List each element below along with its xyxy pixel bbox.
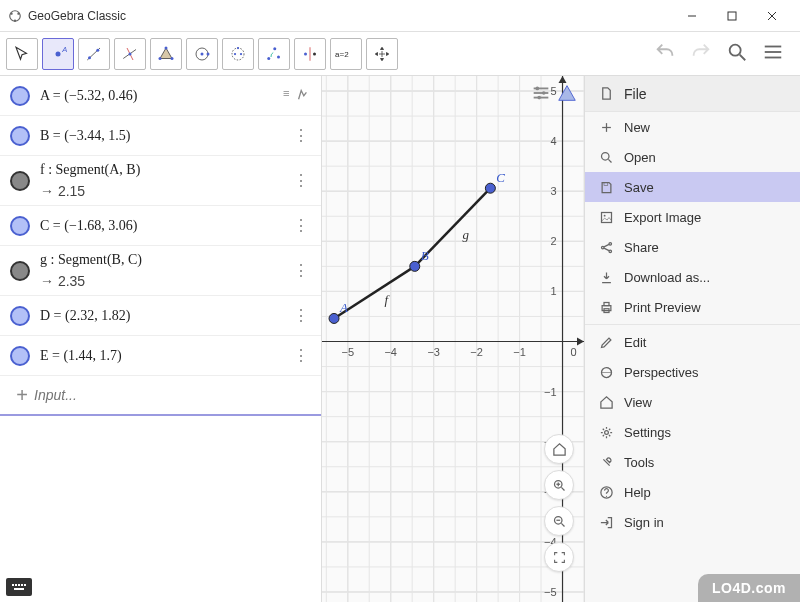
signin-icon bbox=[599, 515, 614, 530]
visibility-toggle[interactable] bbox=[10, 126, 30, 146]
menu-item-view[interactable]: View bbox=[585, 387, 800, 417]
print-icon bbox=[599, 300, 614, 315]
algebra-row[interactable]: C = (−1.68, 3.06)⋮ bbox=[0, 206, 321, 246]
svg-text:−1: −1 bbox=[544, 386, 557, 398]
menu-item-new[interactable]: New bbox=[585, 112, 800, 142]
close-button[interactable] bbox=[752, 2, 792, 30]
more-icon[interactable]: ⋮ bbox=[287, 128, 315, 144]
visibility-toggle[interactable] bbox=[10, 346, 30, 366]
svg-point-116 bbox=[485, 183, 495, 193]
menu-item-edit[interactable]: Edit bbox=[585, 327, 800, 357]
more-icon[interactable]: ⋮ bbox=[287, 308, 315, 324]
sort-icon[interactable]: ≡ bbox=[277, 85, 315, 107]
menu-item-label: Help bbox=[624, 485, 651, 500]
menu-header-file[interactable]: File bbox=[585, 76, 800, 112]
svg-point-114 bbox=[410, 261, 420, 271]
main-menu: File NewOpenSaveExport ImageShareDownloa… bbox=[584, 76, 800, 602]
home-button[interactable] bbox=[544, 434, 574, 464]
minimize-button[interactable] bbox=[672, 2, 712, 30]
svg-point-123 bbox=[537, 96, 541, 100]
menu-item-tools[interactable]: Tools bbox=[585, 447, 800, 477]
visibility-toggle[interactable] bbox=[10, 86, 30, 106]
menu-item-label: Tools bbox=[624, 455, 654, 470]
svg-rect-144 bbox=[604, 302, 609, 305]
svg-point-122 bbox=[542, 91, 546, 95]
graphics-settings-icon[interactable] bbox=[530, 82, 552, 104]
tool-perpendicular[interactable] bbox=[114, 38, 146, 70]
tool-point[interactable]: A bbox=[42, 38, 74, 70]
more-icon[interactable]: ⋮ bbox=[287, 263, 315, 279]
svg-line-34 bbox=[740, 54, 746, 60]
svg-point-33 bbox=[730, 44, 741, 55]
menu-item-export[interactable]: Export Image bbox=[585, 202, 800, 232]
tool-line[interactable] bbox=[78, 38, 110, 70]
zoom-out-button[interactable] bbox=[544, 506, 574, 536]
tool-pointer[interactable] bbox=[6, 38, 38, 70]
more-icon[interactable]: ⋮ bbox=[287, 173, 315, 189]
algebra-row[interactable]: E = (1.44, 1.7)⋮ bbox=[0, 336, 321, 376]
algebra-row[interactable]: A = (−5.32, 0.46)≡ bbox=[0, 76, 321, 116]
algebra-input[interactable] bbox=[34, 387, 311, 403]
svg-line-142 bbox=[604, 248, 609, 251]
tool-text[interactable]: a=2 bbox=[330, 38, 362, 70]
tool-polygon[interactable] bbox=[150, 38, 182, 70]
menu-item-label: Save bbox=[624, 180, 654, 195]
tool-ellipse[interactable] bbox=[222, 38, 254, 70]
menu-item-label: Perspectives bbox=[624, 365, 698, 380]
svg-rect-136 bbox=[602, 212, 612, 222]
svg-point-30 bbox=[304, 52, 307, 55]
algebra-row[interactable]: f : Segment(A, B)→ 2.15⋮ bbox=[0, 156, 321, 206]
menu-item-help[interactable]: Help bbox=[585, 477, 800, 507]
svg-point-31 bbox=[313, 52, 316, 55]
svg-point-1 bbox=[10, 12, 12, 14]
menu-item-open[interactable]: Open bbox=[585, 142, 800, 172]
menu-item-print[interactable]: Print Preview bbox=[585, 292, 800, 322]
menu-item-save[interactable]: Save bbox=[585, 172, 800, 202]
menu-item-label: Settings bbox=[624, 425, 671, 440]
menu-item-label: New bbox=[624, 120, 650, 135]
fullscreen-button[interactable] bbox=[544, 542, 574, 572]
help-icon bbox=[599, 485, 614, 500]
svg-line-129 bbox=[561, 523, 564, 526]
more-icon[interactable]: ⋮ bbox=[287, 348, 315, 364]
menu-item-share[interactable]: Share bbox=[585, 232, 800, 262]
tool-angle[interactable] bbox=[258, 38, 290, 70]
menu-item-perspectives[interactable]: Perspectives bbox=[585, 357, 800, 387]
input-row[interactable]: + bbox=[0, 376, 321, 416]
keyboard-toggle-button[interactable] bbox=[6, 578, 32, 596]
maximize-button[interactable] bbox=[712, 2, 752, 30]
svg-text:A: A bbox=[339, 300, 348, 315]
more-icon[interactable]: ⋮ bbox=[287, 218, 315, 234]
tool-move-view[interactable] bbox=[366, 38, 398, 70]
svg-rect-5 bbox=[728, 12, 736, 20]
svg-text:a=2: a=2 bbox=[335, 49, 349, 58]
algebra-row[interactable]: D = (2.32, 1.82)⋮ bbox=[0, 296, 321, 336]
save-icon bbox=[599, 180, 614, 195]
svg-line-125 bbox=[561, 487, 564, 490]
svg-point-17 bbox=[171, 57, 174, 60]
visibility-toggle[interactable] bbox=[10, 216, 30, 236]
menu-item-download[interactable]: Download as... bbox=[585, 262, 800, 292]
visibility-toggle[interactable] bbox=[10, 261, 30, 281]
undo-button[interactable] bbox=[654, 41, 676, 67]
zoom-in-button[interactable] bbox=[544, 470, 574, 500]
search-button[interactable] bbox=[726, 41, 748, 67]
redo-button[interactable] bbox=[690, 41, 712, 67]
graphics-panel[interactable]: −5−4−3−2−10−5−4−3−2−112345fgABC bbox=[322, 76, 584, 602]
tools-icon bbox=[599, 455, 614, 470]
svg-text:3: 3 bbox=[550, 185, 556, 197]
hamburger-menu-button[interactable] bbox=[762, 41, 784, 67]
svg-point-28 bbox=[273, 47, 276, 50]
tool-reflect[interactable] bbox=[294, 38, 326, 70]
menu-item-signin[interactable]: Sign in bbox=[585, 507, 800, 537]
graphics-view-icon[interactable] bbox=[556, 82, 578, 104]
svg-point-15 bbox=[129, 52, 132, 55]
menu-item-settings[interactable]: Settings bbox=[585, 417, 800, 447]
algebra-row[interactable]: B = (−3.44, 1.5)⋮ bbox=[0, 116, 321, 156]
visibility-toggle[interactable] bbox=[10, 171, 30, 191]
visibility-toggle[interactable] bbox=[10, 306, 30, 326]
watermark: LO4D.com bbox=[698, 574, 800, 602]
svg-text:1: 1 bbox=[550, 285, 556, 297]
tool-circle[interactable] bbox=[186, 38, 218, 70]
algebra-row[interactable]: g : Segment(B, C)→ 2.35⋮ bbox=[0, 246, 321, 296]
